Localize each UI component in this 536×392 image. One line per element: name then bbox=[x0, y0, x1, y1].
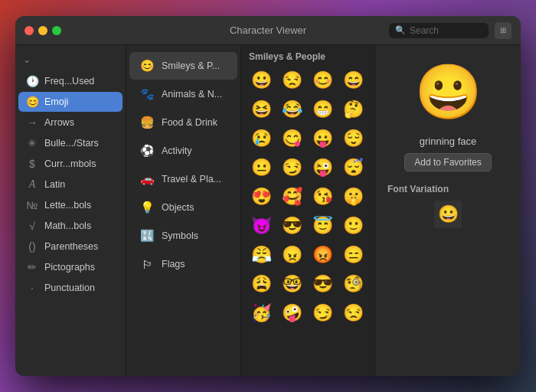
emoji-cell[interactable]: 😒 bbox=[278, 67, 306, 94]
emoji-cell[interactable]: 😁 bbox=[309, 96, 336, 123]
emoji-cell[interactable]: 😴 bbox=[339, 154, 367, 181]
emoji-cell[interactable]: 😤 bbox=[247, 241, 275, 269]
sidebar-item-label: Curr...mbols bbox=[44, 158, 96, 169]
sidebar-header[interactable]: ⌄ bbox=[15, 51, 126, 68]
sidebar-item-curr-symbols[interactable]: $ Curr...mbols bbox=[18, 154, 123, 174]
emoji-cell[interactable]: 🙂 bbox=[339, 212, 367, 240]
grid-icon: ⊞ bbox=[500, 26, 506, 34]
emoji-section-title: Smileys & People bbox=[247, 51, 368, 62]
emoji-cell[interactable]: 🧐 bbox=[339, 270, 367, 298]
sidebar-item-pictographs[interactable]: ✏ Pictographs bbox=[18, 257, 123, 277]
font-variation-emoji[interactable]: 😀 bbox=[434, 201, 462, 228]
sidebar-item-label: Freq...Used bbox=[44, 76, 94, 87]
sidebar-item-label: Math...bols bbox=[44, 220, 91, 231]
emoji-cell[interactable]: 😩 bbox=[247, 270, 275, 298]
emoji-cell[interactable]: 🤓 bbox=[278, 270, 306, 298]
sidebar-item-label: Latin bbox=[44, 179, 65, 190]
emoji-cell[interactable]: 😠 bbox=[278, 241, 306, 269]
sidebar-item-parentheses[interactable]: () Parentheses bbox=[18, 237, 123, 256]
freq-used-icon: 🕐 bbox=[26, 75, 38, 87]
close-button[interactable] bbox=[25, 26, 34, 35]
objects-icon: 💡 bbox=[139, 199, 155, 216]
category-flags[interactable]: 🏳 Flags bbox=[129, 250, 237, 278]
emoji-cell[interactable]: 🤪 bbox=[278, 299, 306, 327]
back-icon: ⌄ bbox=[23, 54, 31, 65]
emoji-cell[interactable]: 😛 bbox=[309, 125, 336, 152]
emoji-cell[interactable]: 🥳 bbox=[247, 299, 275, 327]
category-symbols[interactable]: 🔣 Symbols bbox=[129, 222, 237, 250]
emoji-cell[interactable]: 😀 bbox=[247, 67, 275, 94]
grid-view-button[interactable]: ⊞ bbox=[495, 22, 511, 39]
sidebar-item-label: Arrows bbox=[44, 117, 74, 128]
traffic-lights bbox=[25, 26, 61, 35]
category-food-drink[interactable]: 🍔 Food & Drink bbox=[129, 109, 237, 136]
category-label: Flags bbox=[162, 259, 185, 270]
emoji-cell[interactable]: 😋 bbox=[278, 125, 306, 152]
emoji-cell[interactable]: 😑 bbox=[339, 241, 367, 269]
activity-icon: ⚽ bbox=[139, 142, 155, 159]
header-right: 🔍 Search ⊞ bbox=[389, 22, 511, 39]
emoji-cell[interactable]: 😡 bbox=[309, 241, 336, 269]
font-variation-grid: 😀 bbox=[434, 201, 462, 228]
smileys-people-icon: 😊 bbox=[139, 57, 155, 74]
emoji-cell[interactable]: 😆 bbox=[247, 96, 275, 123]
emoji-cell[interactable]: 🤫 bbox=[339, 183, 367, 211]
search-input[interactable]: Search bbox=[410, 25, 439, 36]
search-icon: 🔍 bbox=[395, 25, 406, 35]
emoji-cell[interactable]: 😊 bbox=[309, 67, 336, 94]
emoji-cell[interactable]: 😜 bbox=[309, 154, 336, 181]
minimize-button[interactable] bbox=[38, 26, 47, 35]
category-objects[interactable]: 💡 Objects bbox=[129, 194, 237, 221]
curr-symbols-icon: $ bbox=[26, 158, 38, 170]
add-to-favorites-button[interactable]: Add to Favorites bbox=[404, 153, 491, 172]
emoji-cell[interactable]: 😎 bbox=[309, 270, 336, 298]
sidebar-item-bullets-stars[interactable]: ✳ Bulle.../Stars bbox=[18, 133, 123, 153]
sidebar-item-label: Punctuation bbox=[44, 283, 95, 293]
emoji-cell[interactable]: 😈 bbox=[247, 212, 275, 240]
category-label: Travel & Pla... bbox=[162, 174, 221, 185]
emoji-cell[interactable]: 🥰 bbox=[278, 183, 306, 211]
sidebar-item-lette-bols[interactable]: № Lette...bols bbox=[18, 195, 123, 215]
category-travel-places[interactable]: 🚗 Travel & Pla... bbox=[129, 165, 237, 193]
lette-bols-icon: № bbox=[26, 199, 38, 211]
emoji-cell[interactable]: 😢 bbox=[247, 125, 275, 152]
emoji-cell[interactable]: 😎 bbox=[278, 212, 306, 240]
emoji-cell[interactable]: 😏 bbox=[309, 299, 336, 327]
font-variation-title: Font Variation bbox=[387, 184, 508, 194]
emoji-cell[interactable]: 😏 bbox=[278, 154, 306, 181]
arrows-icon: → bbox=[26, 116, 38, 129]
emoji-cell[interactable]: 😌 bbox=[339, 125, 367, 152]
travel-places-icon: 🚗 bbox=[139, 171, 155, 188]
emoji-cell[interactable]: 🤔 bbox=[339, 96, 367, 123]
category-label: Food & Drink bbox=[162, 117, 217, 128]
category-animals-nature[interactable]: 🐾 Animals & N... bbox=[129, 80, 237, 108]
search-box[interactable]: 🔍 Search bbox=[389, 23, 489, 38]
titlebar: Character Viewer 🔍 Search ⊞ bbox=[15, 16, 521, 45]
category-label: Activity bbox=[162, 145, 192, 156]
emoji-cell[interactable]: 😐 bbox=[247, 154, 275, 181]
character-viewer-window: Character Viewer 🔍 Search ⊞ ⌄ 🕐 Freq...U… bbox=[15, 16, 521, 376]
preview-emoji-char: 😀 bbox=[415, 60, 482, 123]
detail-panel: 😀 grinning face Add to Favorites Font Va… bbox=[375, 45, 521, 376]
sidebar-item-arrows[interactable]: → Arrows bbox=[18, 113, 123, 132]
latin-icon: A bbox=[26, 178, 38, 191]
category-smileys-people[interactable]: 😊 Smileys & P... bbox=[129, 52, 237, 80]
sidebar-item-freq-used[interactable]: 🕐 Freq...Used bbox=[18, 71, 123, 91]
emoji-grid-panel: Smileys & People 😀😒😊😄😆😂😁🤔😢😋😛😌😐😏😜😴😍🥰😘🤫😈😎😇… bbox=[241, 45, 375, 376]
punctuation-icon: · bbox=[26, 282, 38, 294]
category-label: Objects bbox=[162, 202, 194, 213]
emoji-cell[interactable]: 😘 bbox=[309, 183, 336, 211]
sidebar-item-emoji[interactable]: 😊 Emoji bbox=[18, 92, 123, 112]
category-activity[interactable]: ⚽ Activity bbox=[129, 137, 237, 165]
emoji-cell[interactable]: 😂 bbox=[278, 96, 306, 123]
emoji-cell[interactable]: 😄 bbox=[339, 67, 367, 94]
sidebar-item-label: Bulle.../Stars bbox=[44, 138, 99, 149]
parentheses-icon: () bbox=[26, 240, 38, 253]
sidebar-item-latin[interactable]: A Latin bbox=[18, 175, 123, 194]
emoji-cell[interactable]: 😍 bbox=[247, 183, 275, 211]
sidebar-item-math-bols[interactable]: √ Math...bols bbox=[18, 216, 123, 236]
maximize-button[interactable] bbox=[52, 26, 61, 35]
sidebar-item-punctuation[interactable]: · Punctuation bbox=[18, 278, 123, 298]
emoji-cell[interactable]: 😇 bbox=[309, 212, 336, 240]
emoji-cell[interactable]: 😒 bbox=[339, 299, 367, 327]
